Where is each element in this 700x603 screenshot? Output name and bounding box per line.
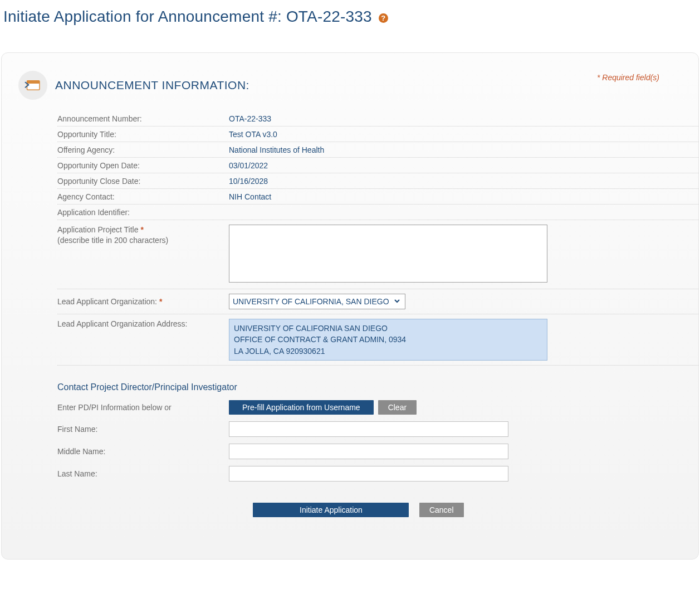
label-lead-org-text: Lead Applicant Organization: xyxy=(57,297,159,306)
label-middle-name: Middle Name: xyxy=(57,447,229,456)
row-middle-name: Middle Name: xyxy=(18,440,659,463)
row-last-name: Last Name: xyxy=(18,463,659,485)
page-title-announcement-number: OTA-22-333 xyxy=(286,8,372,25)
label-pdpi-intro: Enter PD/PI Information below or xyxy=(57,403,229,412)
row-lead-org: Lead Applicant Organization: * UNIVERSIT… xyxy=(57,289,698,314)
row-opportunity-title: Opportunity Title: Test OTA v3.0 xyxy=(57,127,698,142)
value-offering-agency: National Institutes of Health xyxy=(229,145,698,154)
value-opportunity-title: Test OTA v3.0 xyxy=(229,130,698,139)
row-open-date: Opportunity Open Date: 03/01/2022 xyxy=(57,158,698,173)
value-application-identifier xyxy=(229,208,698,217)
page-title: Initiate Application for Announcement #:… xyxy=(0,0,700,30)
row-first-name: First Name: xyxy=(18,418,659,440)
label-open-date: Opportunity Open Date: xyxy=(57,161,229,170)
required-fields-note: * Required field(s) xyxy=(597,73,659,82)
value-agency-contact: NIH Contact xyxy=(229,192,698,201)
label-project-title-text: Application Project Title xyxy=(57,225,140,234)
field-project-title-wrap xyxy=(229,225,547,284)
value-announcement-number: OTA-22-333 xyxy=(229,114,698,123)
row-agency-contact: Agency Contact: NIH Contact xyxy=(57,189,698,205)
lead-org-address-value: UNIVERSITY OF CALIFORNIA SAN DIEGO OFFIC… xyxy=(229,319,547,361)
label-lead-org: Lead Applicant Organization: * xyxy=(57,296,229,307)
label-project-title: Application Project Title * (describe ti… xyxy=(57,225,229,246)
middle-name-input[interactable] xyxy=(229,444,508,459)
last-name-input[interactable] xyxy=(229,466,508,482)
label-first-name: First Name: xyxy=(57,425,229,434)
section-header: ANNOUNCEMENT INFORMATION: * Required fie… xyxy=(18,70,659,111)
label-last-name: Last Name: xyxy=(57,469,229,478)
value-close-date: 10/16/2028 xyxy=(229,177,698,186)
row-project-title: Application Project Title * (describe ti… xyxy=(57,220,698,289)
announcement-info-table: Announcement Number: OTA-22-333 Opportun… xyxy=(57,111,698,366)
required-mark: * xyxy=(159,297,162,306)
chevron-down-icon xyxy=(394,297,400,306)
label-close-date: Opportunity Close Date: xyxy=(57,177,229,186)
pdpi-button-row: Pre-fill Application from Username Clear xyxy=(229,400,417,415)
row-offering-agency: Offering Agency: National Institutes of … xyxy=(57,142,698,158)
row-announcement-number: Announcement Number: OTA-22-333 xyxy=(57,111,698,127)
contact-section-title: Contact Project Director/Principal Inves… xyxy=(57,382,659,392)
page-title-prefix: Initiate Application for Announcement #: xyxy=(3,8,286,25)
first-name-input[interactable] xyxy=(229,421,508,437)
row-lead-org-address: Lead Applicant Organization Address: UNI… xyxy=(57,314,698,366)
label-project-title-hint: (describe title in 200 characters) xyxy=(57,236,168,245)
label-opportunity-title: Opportunity Title: xyxy=(57,130,229,139)
clear-button[interactable]: Clear xyxy=(378,400,417,415)
help-icon[interactable]: ? xyxy=(379,13,388,23)
svg-rect-1 xyxy=(27,81,40,84)
cancel-button[interactable]: Cancel xyxy=(419,503,464,517)
row-application-identifier: Application Identifier: xyxy=(57,205,698,220)
lead-org-selected-value: UNIVERSITY OF CALIFORNIA, SAN DIEGO xyxy=(233,297,389,306)
label-offering-agency: Offering Agency: xyxy=(57,145,229,154)
label-agency-contact: Agency Contact: xyxy=(57,192,229,201)
initiate-application-button[interactable]: Initiate Application xyxy=(253,503,409,517)
value-open-date: 03/01/2022 xyxy=(229,161,698,170)
announcement-icon xyxy=(18,71,47,100)
prefill-button[interactable]: Pre-fill Application from Username xyxy=(229,400,374,415)
action-row: Initiate Application Cancel xyxy=(57,485,659,517)
main-panel: ANNOUNCEMENT INFORMATION: * Required fie… xyxy=(1,52,699,560)
project-title-input[interactable] xyxy=(229,225,547,283)
section-title: ANNOUNCEMENT INFORMATION: xyxy=(55,79,249,92)
field-lead-org-address-wrap: UNIVERSITY OF CALIFORNIA SAN DIEGO OFFIC… xyxy=(229,319,547,361)
row-close-date: Opportunity Close Date: 10/16/2028 xyxy=(57,173,698,189)
row-pdpi-intro: Enter PD/PI Information below or Pre-fil… xyxy=(18,397,659,418)
label-announcement-number: Announcement Number: xyxy=(57,114,229,123)
lead-org-select[interactable]: UNIVERSITY OF CALIFORNIA, SAN DIEGO xyxy=(229,294,405,309)
label-application-identifier: Application Identifier: xyxy=(57,208,229,217)
field-lead-org-wrap: UNIVERSITY OF CALIFORNIA, SAN DIEGO xyxy=(229,294,405,309)
label-lead-org-address: Lead Applicant Organization Address: xyxy=(57,319,229,329)
required-mark: * xyxy=(140,225,143,234)
